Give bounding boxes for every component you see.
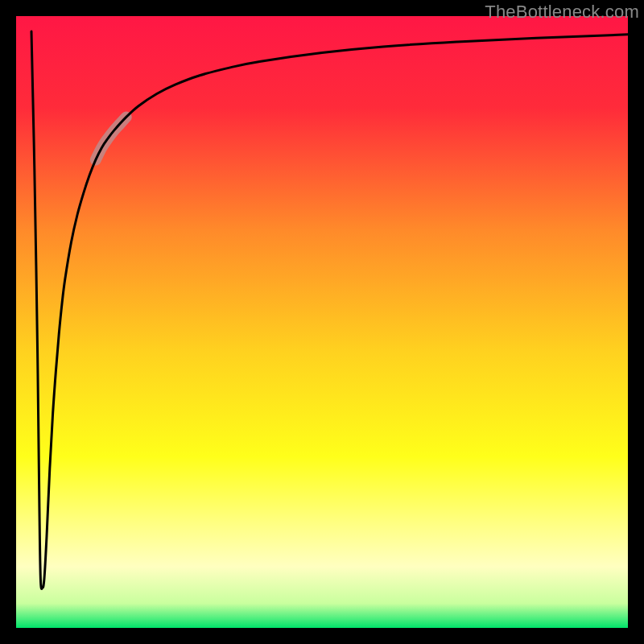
chart-container: TheBottleneck.com (0, 0, 644, 644)
watermark-text: TheBottleneck.com (485, 2, 639, 23)
bottleneck-chart (0, 0, 644, 644)
plot-background (16, 16, 628, 628)
